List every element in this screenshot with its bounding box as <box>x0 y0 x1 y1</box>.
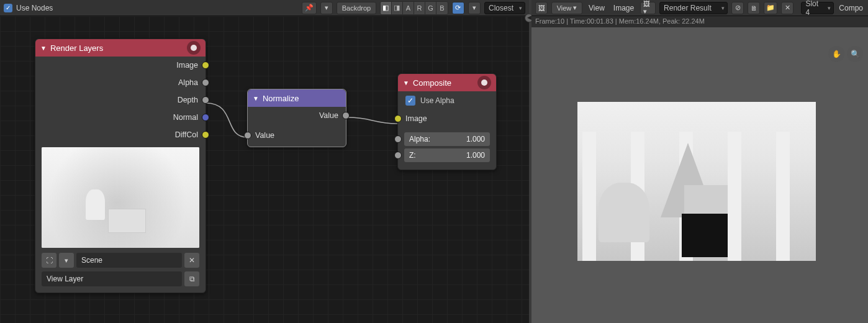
use-alpha-row: ✓ Use Alpha <box>398 91 496 110</box>
z-value: 1.000 <box>466 151 485 160</box>
new-image-icon[interactable]: 🗎 <box>748 2 760 14</box>
node-preview <box>42 147 199 248</box>
editor-type-icon[interactable]: 🖼 <box>535 2 548 14</box>
channel-mode-segment: ◧ ◨ A R G B <box>380 1 448 15</box>
channel-r-button[interactable]: R <box>414 2 425 14</box>
input-label: Image <box>405 114 427 123</box>
image-browse-icon[interactable]: 🖼▾ <box>640 2 656 14</box>
chevron-down-icon[interactable]: ▾ <box>468 2 481 14</box>
node-title: Composite <box>413 78 451 88</box>
close-icon[interactable]: ✕ <box>184 253 199 268</box>
preview-toggle-icon[interactable] <box>477 76 491 89</box>
view-mode-label: View <box>557 4 572 12</box>
socket-diffcol-out[interactable] <box>202 131 209 139</box>
input-value-row: Value <box>248 124 346 147</box>
socket-value-out[interactable] <box>342 112 350 119</box>
output-label: Depth <box>178 96 198 104</box>
channel-alpha-icon[interactable]: A <box>403 2 414 14</box>
output-label: Normal <box>173 113 198 122</box>
snap-toggle-icon[interactable]: ⟳ <box>452 2 464 14</box>
socket-alpha-out[interactable] <box>202 79 209 86</box>
socket-normal-out[interactable] <box>202 114 209 121</box>
socket-depth-out[interactable] <box>202 96 209 104</box>
channel-b-button[interactable]: B <box>436 2 448 14</box>
z-field[interactable]: Z: 1.000 <box>404 148 490 162</box>
image-editor-panel: 🖼 View ▾ View Image 🖼▾ Render Result ⊘ 🗎… <box>531 0 868 323</box>
compositor-panel: ✓ Use Nodes 📌 ▾ Backdrop ◧ ◨ A R G B ⟳ ▾… <box>0 0 529 323</box>
output-image-row: Image <box>35 57 206 74</box>
compositor-header: ✓ Use Nodes 📌 ▾ Backdrop ◧ ◨ A R G B ⟳ ▾… <box>0 0 529 16</box>
open-image-icon[interactable]: 📁 <box>764 2 777 14</box>
node-header[interactable]: ▼ Normalize <box>248 89 346 107</box>
output-label: Value <box>319 111 338 120</box>
input-label: Value <box>255 131 274 140</box>
alpha-value: 1.000 <box>466 135 485 143</box>
pan-icon[interactable]: ✋ <box>828 46 844 62</box>
z-label: Z: <box>409 151 416 160</box>
unlink-icon[interactable]: ⊘ <box>731 2 744 14</box>
nodes-area[interactable]: ▼ Render Layers Image Alpha Depth Normal <box>0 16 529 323</box>
duplicate-icon[interactable]: ⧉ <box>184 271 199 286</box>
pin-icon[interactable]: 📌 <box>302 2 317 14</box>
channel-rgb-icon[interactable]: ◨ <box>392 2 403 14</box>
output-label: DiffCol <box>175 130 198 139</box>
node-normalize[interactable]: ▼ Normalize Value Value <box>247 89 346 147</box>
collapse-icon[interactable]: ▼ <box>40 45 47 52</box>
node-render-layers[interactable]: ▼ Render Layers Image Alpha Depth Normal <box>35 39 206 293</box>
scene-icon[interactable]: ⛶ <box>42 253 57 268</box>
channel-rgba-icon[interactable]: ◧ <box>381 2 392 14</box>
viewlayer-selector-row: View Layer ⧉ <box>42 271 199 286</box>
node-title: Render Layers <box>50 43 103 53</box>
viewlayer-field[interactable]: View Layer <box>42 271 182 286</box>
socket-z-in[interactable] <box>394 152 402 159</box>
output-depth-row: Depth <box>35 91 206 109</box>
chevron-down-icon[interactable]: ▾ <box>59 253 74 268</box>
status-bar: Frame:10 | Time:00:01.83 | Mem:16.24M, P… <box>531 16 868 27</box>
socket-value-in[interactable] <box>244 132 251 139</box>
node-header[interactable]: ▼ Composite <box>398 74 496 91</box>
canvas-overlay-buttons: ✋ 🔍 <box>828 46 863 62</box>
alpha-field[interactable]: Alpha: 1.000 <box>404 132 490 146</box>
scene-field[interactable]: Scene <box>76 253 182 268</box>
node-composite[interactable]: ▼ Composite ✓ Use Alpha Image Alpha: 1.0… <box>397 73 497 170</box>
compo-dropdown[interactable]: Compo <box>838 4 864 12</box>
socket-alpha-in[interactable] <box>394 135 402 143</box>
socket-image-out[interactable] <box>202 61 209 69</box>
output-label: Alpha <box>178 78 198 87</box>
close-icon[interactable]: ✕ <box>781 2 793 14</box>
image-name-field[interactable]: Render Result <box>659 2 728 14</box>
backdrop-button[interactable]: Backdrop <box>337 2 376 14</box>
channel-g-button[interactable]: G <box>425 2 436 14</box>
filter-dropdown[interactable]: Closest <box>484 2 525 14</box>
use-alpha-checkbox[interactable]: ✓ <box>405 96 415 106</box>
slot-dropdown[interactable]: Slot 4 <box>801 2 834 14</box>
output-diffcol-row: DiffCol <box>35 126 206 143</box>
image-editor-header: 🖼 View ▾ View Image 🖼▾ Render Result ⊘ 🗎… <box>531 0 868 16</box>
alpha-label: Alpha: <box>409 135 430 143</box>
view-mode-dropdown[interactable]: View ▾ <box>551 2 582 14</box>
collapse-icon[interactable]: ▼ <box>253 95 259 102</box>
scene-selector-row: ⛶ ▾ Scene ✕ <box>42 253 199 268</box>
socket-image-in[interactable] <box>394 115 402 122</box>
chevron-down-icon[interactable]: ▾ <box>320 2 333 14</box>
output-normal-row: Normal <box>35 109 206 126</box>
rendered-image <box>577 102 816 261</box>
zoom-icon[interactable]: 🔍 <box>847 46 863 62</box>
node-title: Normalize <box>263 94 299 103</box>
collapse-icon[interactable]: ▼ <box>403 80 409 86</box>
use-nodes-label: Use Nodes <box>16 4 53 12</box>
output-alpha-row: Alpha <box>35 74 206 91</box>
output-label: Image <box>176 61 198 70</box>
use-nodes-checkbox[interactable]: ✓ <box>4 4 12 12</box>
preview-toggle-icon[interactable] <box>187 41 201 55</box>
view-menu[interactable]: View <box>586 4 607 12</box>
input-image-row: Image <box>398 110 496 127</box>
image-menu[interactable]: Image <box>611 4 636 12</box>
node-header[interactable]: ▼ Render Layers <box>35 39 206 57</box>
use-alpha-label: Use Alpha <box>420 96 454 105</box>
image-canvas[interactable]: ✋ 🔍 <box>531 27 868 323</box>
output-value-row: Value <box>248 107 346 124</box>
